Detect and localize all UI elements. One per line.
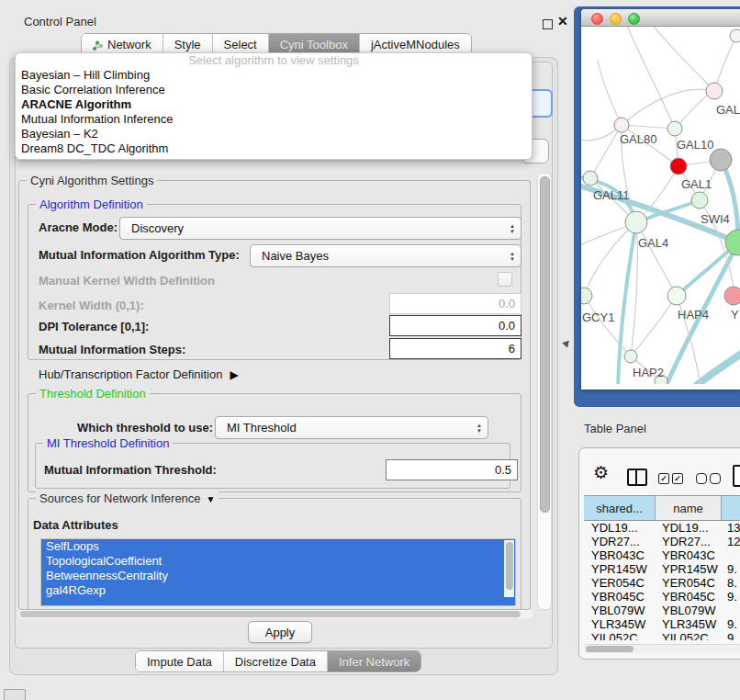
table-row[interactable]: YBL079W YBL079W (584, 604, 740, 617)
network-node[interactable] (667, 121, 682, 136)
list-scrollbar[interactable] (504, 540, 514, 597)
checked-box-icon[interactable]: ✓ (658, 473, 669, 484)
network-node[interactable] (625, 211, 647, 233)
dpi-tolerance-field[interactable]: 0.0 (389, 315, 521, 336)
network-node[interactable] (670, 158, 687, 175)
column-layout-icon[interactable] (627, 469, 647, 486)
attribute-list-item[interactable]: SelfLoops (41, 539, 515, 554)
control-panel-title: Control Panel (24, 15, 96, 28)
float-window-icon[interactable] (543, 19, 553, 29)
table-cell: YPR145W (655, 562, 720, 576)
table-cell: YDL19... (584, 521, 655, 535)
algorithm-option[interactable]: Basic Correlation Inference (16, 83, 532, 97)
scrollbar-thumb[interactable] (540, 176, 550, 513)
table-horizontal-scrollbar[interactable] (584, 644, 740, 653)
checked-box-icon[interactable]: ✓ (672, 473, 683, 484)
zoom-window-icon[interactable] (628, 13, 640, 25)
unchecked-box-icon[interactable] (710, 473, 721, 484)
mi-steps-field[interactable]: 6 (389, 338, 521, 359)
cyni-mode-tab[interactable]: Infer Network (327, 651, 420, 672)
network-node[interactable] (724, 287, 740, 305)
attribute-list-item[interactable] (41, 598, 515, 605)
settings-horizontal-scrollbar[interactable] (18, 610, 533, 618)
network-node[interactable] (624, 350, 637, 363)
attribute-list-item[interactable]: gal4RGexp (41, 583, 515, 598)
close-panel-icon[interactable]: ✕ (557, 14, 568, 28)
panel-grip-button[interactable] (4, 689, 26, 700)
algorithm-option-label: Bayesian – Hill Climbing (21, 68, 150, 82)
attribute-list-item[interactable]: BetweennessCentrality (41, 569, 515, 583)
table-panel-window: ⚙ ✓ ✓ shared... name (578, 447, 740, 660)
table-row[interactable]: YBR045C YBR045C 9. (584, 590, 740, 604)
column-header[interactable] (722, 496, 740, 520)
table-cell: YIL052C (584, 631, 655, 640)
network-window-titlebar[interactable] (581, 9, 740, 27)
unchecked-box-icon[interactable] (696, 473, 707, 484)
algorithm-option[interactable]: Dream8 DC_TDC Algorithm (16, 141, 532, 156)
node-label: GAL1 (681, 177, 712, 191)
network-node[interactable] (583, 171, 598, 186)
table-row[interactable]: YDL19... YDL19... 13 (584, 521, 740, 535)
table-row[interactable]: YDR27... YDR27... 12 (584, 535, 740, 548)
table-row[interactable]: YLR345W YLR345W 9. (584, 617, 740, 631)
network-node[interactable] (667, 287, 686, 305)
scrollbar-thumb[interactable] (20, 611, 521, 617)
attribute-name: BetweennessCentrality (46, 569, 168, 582)
data-attributes-list[interactable]: SelfLoops TopologicalCoefficient Between… (40, 538, 516, 606)
algorithm-option-label: Dream8 DC_TDC Algorithm (21, 141, 168, 155)
column-header[interactable]: name (656, 496, 722, 520)
column-header[interactable]: shared... (584, 496, 656, 520)
apply-button[interactable]: Apply (248, 621, 312, 643)
network-node[interactable] (614, 118, 629, 132)
settings-vertical-scrollbar[interactable] (537, 173, 552, 610)
node-label: HAP4 (678, 308, 709, 322)
node-label: HAP2 (633, 366, 664, 379)
aracne-mode-select[interactable]: Discovery (119, 217, 521, 240)
cyni-mode-tab[interactable]: Impute Data (136, 651, 223, 672)
scrollbar-thumb[interactable] (506, 542, 513, 590)
apply-button-label: Apply (265, 626, 296, 639)
kernel-width-field[interactable]: 0.0 (389, 293, 521, 314)
cyni-mode-tab[interactable]: Discretize Data (223, 651, 327, 672)
algorithm-option[interactable]: ARACNE Algorithm (16, 97, 532, 112)
table-row[interactable]: YBR043C YBR043C (584, 548, 740, 562)
algorithm-option[interactable]: Bayesian – K2 (16, 127, 532, 141)
network-node[interactable] (706, 83, 723, 99)
node-label: SWI4 (701, 212, 730, 226)
network-node[interactable] (710, 149, 732, 171)
document-icon[interactable] (733, 465, 740, 487)
attribute-list-item[interactable]: TopologicalCoefficient (41, 554, 515, 569)
algorithm-option[interactable]: Bayesian – Hill Climbing (16, 68, 532, 83)
network-canvas[interactable]: GALGAL80GAL10GAL1GAL11SWI4GAL4HAP4YGCY1H… (581, 27, 740, 384)
minimize-window-icon[interactable] (610, 13, 622, 25)
network-node[interactable] (581, 288, 592, 304)
dropdown-placeholder: Select algorithm to view settings (16, 53, 532, 68)
scrollbar-thumb[interactable] (586, 646, 633, 652)
kernel-width-label: Kernel Width (0,1): (39, 299, 144, 312)
mi-type-select[interactable]: Naive Bayes (250, 244, 521, 267)
table-row[interactable]: YER054C YER054C 8. (584, 576, 740, 590)
gear-icon[interactable]: ⚙ (593, 464, 609, 481)
tab-label: Discretize Data (235, 655, 316, 669)
table-cell: YDL19... (655, 521, 720, 535)
network-view-window: GALGAL80GAL10GAL1GAL11SWI4GAL4HAP4YGCY1H… (581, 9, 740, 390)
close-window-icon[interactable] (591, 13, 603, 25)
table-header-row: shared... name (584, 495, 740, 521)
manual-kernel-checkbox[interactable] (498, 272, 512, 287)
attribute-name: TopologicalCoefficient (46, 554, 162, 568)
table-row[interactable]: YIL052C YIL052C 9. (584, 631, 740, 640)
table-cell: YER054C (655, 576, 720, 590)
cyni-mode-tabbar: Impute Data Discretize Data Infer Networ… (135, 650, 421, 672)
hub-definition-toggle[interactable]: Hub/Transcription Factor Definition (39, 367, 239, 381)
network-node[interactable] (730, 29, 740, 42)
mi-threshold-field[interactable]: 0.5 (386, 459, 518, 480)
network-node[interactable] (691, 192, 708, 209)
mouse-cursor (561, 339, 569, 347)
table-row[interactable]: YPR145W YPR145W 9. (584, 562, 740, 576)
sources-group-title[interactable]: Sources for Network Inference (36, 491, 219, 505)
node-label: GAL4 (638, 236, 668, 250)
table-cell: YBR043C (584, 548, 655, 562)
which-threshold-select[interactable]: MI Threshold (215, 416, 488, 439)
algorithm-option[interactable]: Mutual Information Inference (16, 112, 532, 127)
mi-steps-label: Mutual Information Steps: (39, 343, 185, 356)
